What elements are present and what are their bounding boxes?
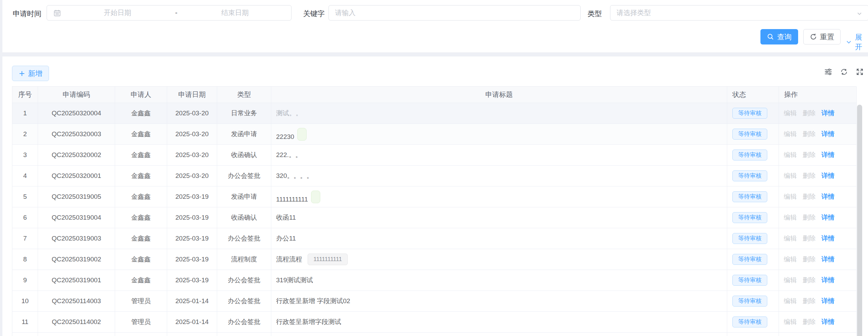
filter-panel: 申请时间 开始日期 - 结束日期 关键字 类型 请选择类型	[2, 0, 868, 52]
col-header-code: 申请编码	[38, 87, 115, 103]
delete-link[interactable]: 删除	[803, 318, 816, 326]
fullscreen-icon[interactable]	[856, 68, 864, 76]
reset-button[interactable]: 重置	[803, 29, 841, 44]
table-header-row: 序号 申请编码 申请人 申请日期 类型 申请标题 状态 操作	[12, 87, 856, 103]
cell-type: 发函申请	[217, 186, 271, 207]
cell-title: 22230	[271, 124, 727, 145]
cell-status: 等待审核	[727, 166, 779, 186]
edit-link[interactable]: 编辑	[784, 171, 797, 180]
edit-link[interactable]: 编辑	[784, 192, 797, 201]
cell-title: 1111111111	[271, 186, 727, 207]
edit-link[interactable]: 编辑	[784, 109, 797, 118]
edit-link[interactable]: 编辑	[784, 234, 797, 243]
cell-actions: 编辑删除详情	[779, 124, 857, 145]
cell-title: 办公11	[271, 228, 727, 249]
query-button[interactable]: 查询	[760, 29, 798, 44]
delete-link[interactable]: 删除	[803, 276, 816, 285]
detail-link[interactable]: 详情	[821, 276, 834, 285]
edit-link[interactable]: 编辑	[784, 276, 797, 285]
delete-link[interactable]: 删除	[803, 234, 816, 243]
cell-actions: 编辑删除详情	[779, 186, 857, 207]
detail-link[interactable]: 详情	[821, 109, 834, 118]
delete-link[interactable]: 删除	[803, 171, 816, 180]
detail-link[interactable]: 详情	[821, 213, 834, 222]
status-badge: 等待审核	[732, 275, 767, 286]
title-text: 319测试测试	[276, 276, 313, 285]
detail-link[interactable]: 详情	[821, 297, 834, 306]
title-text: 收函11	[276, 213, 296, 222]
edit-link[interactable]: 编辑	[784, 130, 797, 139]
vertical-scrollbar[interactable]	[857, 105, 862, 336]
cell-no: 8	[12, 249, 38, 270]
plus-icon	[18, 70, 25, 77]
status-badge: 等待审核	[732, 316, 767, 327]
delete-link[interactable]: 删除	[803, 192, 816, 201]
status-badge: 等待审核	[732, 254, 767, 265]
cell-applicant: 金鑫鑫	[115, 270, 167, 291]
edit-link[interactable]: 编辑	[784, 297, 797, 306]
title-text: 222.。。	[276, 151, 302, 159]
type-select[interactable]: 请选择类型	[610, 5, 868, 21]
cell-status: 等待审核	[727, 207, 779, 228]
edit-link[interactable]: 编辑	[784, 151, 797, 159]
title-text: 办公11	[276, 234, 296, 243]
edit-link[interactable]: 编辑	[784, 213, 797, 222]
cell-applicant: 金鑫鑫	[115, 186, 167, 207]
detail-link[interactable]: 详情	[821, 318, 834, 326]
cell-title: 流程流程1111111111	[271, 249, 727, 270]
table-panel: 新增 序	[2, 56, 868, 336]
detail-link[interactable]: 详情	[821, 130, 834, 139]
edit-link[interactable]: 编辑	[784, 318, 797, 326]
detail-link[interactable]: 详情	[821, 192, 834, 201]
date-end-placeholder[interactable]: 结束日期	[179, 8, 291, 17]
delete-link[interactable]: 删除	[803, 151, 816, 159]
title-text: 行政签呈新增字段测试	[276, 318, 341, 326]
title-text: 22230	[276, 133, 294, 141]
expand-link[interactable]: 展开	[845, 33, 868, 52]
cell-code: QC20250114003	[38, 291, 115, 312]
green-tag	[297, 128, 307, 141]
cell-type: 收函确认	[217, 145, 271, 166]
cell-applicant: 管理员	[115, 333, 167, 336]
column-settings-icon[interactable]	[824, 68, 832, 76]
detail-link[interactable]: 详情	[821, 151, 834, 159]
delete-link[interactable]: 删除	[803, 130, 816, 139]
date-range-picker[interactable]: 开始日期 - 结束日期	[47, 5, 292, 21]
edit-link[interactable]: 编辑	[784, 255, 797, 264]
cell-actions: 编辑删除详情	[779, 145, 857, 166]
cell-no: 9	[12, 270, 38, 291]
table-row: 11QC20250114002管理员2025-01-14办公会签批行政签呈新增字…	[12, 312, 856, 333]
refresh-icon[interactable]	[840, 68, 848, 76]
cell-date: 2025-01-14	[167, 312, 217, 333]
date-start-placeholder[interactable]: 开始日期	[61, 8, 174, 17]
delete-link[interactable]: 删除	[803, 297, 816, 306]
col-header-actions: 操作	[779, 87, 857, 103]
detail-link[interactable]: 详情	[821, 234, 834, 243]
cell-type: 办公会签批	[217, 312, 271, 333]
status-badge: 等待审核	[732, 191, 767, 202]
add-button[interactable]: 新增	[12, 66, 49, 81]
detail-link[interactable]: 详情	[821, 171, 834, 180]
delete-link[interactable]: 删除	[803, 109, 816, 118]
cell-title: 222.。。	[271, 145, 727, 166]
cell-applicant: 金鑫鑫	[115, 166, 167, 186]
applications-table: 序号 申请编码 申请人 申请日期 类型 申请标题 状态 操作 1QC202503…	[12, 86, 856, 336]
cell-type: 办公会签批	[217, 291, 271, 312]
cell-status: 等待审核	[727, 333, 779, 336]
table-row: 6QC20250319004金鑫鑫2025-03-19收函确认收函11等待审核编…	[12, 207, 856, 228]
status-badge: 等待审核	[732, 150, 767, 160]
cell-applicant: 金鑫鑫	[115, 145, 167, 166]
search-icon	[767, 33, 774, 40]
delete-link[interactable]: 删除	[803, 255, 816, 264]
cell-applicant: 管理员	[115, 312, 167, 333]
cell-code: QC20250320002	[38, 145, 115, 166]
table-row: 5QC20250319005金鑫鑫2025-03-19发函申请111111111…	[12, 186, 856, 207]
cell-title: 行政签呈新增 字段测试02	[271, 291, 727, 312]
keyword-input[interactable]	[329, 5, 580, 20]
detail-link[interactable]: 详情	[821, 255, 834, 264]
cell-title	[271, 333, 727, 336]
cell-status: 等待审核	[727, 124, 779, 145]
cell-date: 2025-03-19	[167, 186, 217, 207]
delete-link[interactable]: 删除	[803, 213, 816, 222]
col-header-title: 申请标题	[271, 87, 727, 103]
